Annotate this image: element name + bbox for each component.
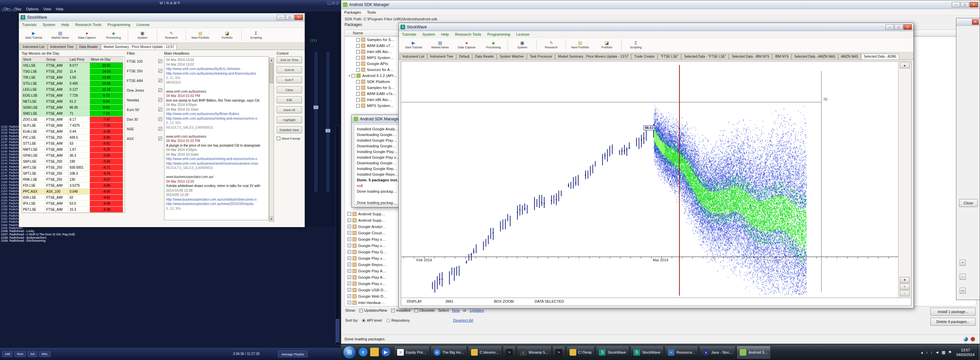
filter-checkbox[interactable]: ✓ (158, 78, 162, 82)
stockwave-menu-tutorials[interactable]: Tutorials (399, 32, 419, 36)
stockwave-menu-help[interactable]: Help (58, 23, 72, 27)
package-checkbox[interactable] (356, 98, 360, 102)
stockwave-menu-tutorials[interactable]: Tutorials (19, 23, 40, 27)
sdk-manager-titlebar[interactable]: Android SDK Manager — ▢ ✕ (341, 0, 980, 9)
column-header[interactable]: Group (45, 57, 68, 62)
winamp-minimize-icon[interactable]: _ (327, 2, 331, 5)
mover-row[interactable]: SKP.LSEFTSE_250190-5.00 (22, 158, 124, 165)
mover-row[interactable]: VIS.LSEFTSE_AIM8.07730.81 (22, 62, 124, 69)
package-checkbox[interactable]: ✓ (348, 256, 351, 260)
filter-checkbox[interactable]: ✓ (158, 69, 162, 73)
internet-explorer-icon[interactable]: e (359, 348, 368, 356)
taskbar-button-android-s[interactable]: Android S... (737, 346, 770, 359)
obsolete-checkbox[interactable] (414, 309, 418, 312)
minimize-button[interactable]: — (886, 24, 894, 30)
taskbar-button-equity-pric[interactable]: ≡Equity Pric... (394, 346, 430, 359)
package-checkbox[interactable] (356, 62, 360, 66)
tab-amzn-nas[interactable]: AMZN NAS (838, 54, 861, 59)
price-chart-canvas[interactable] (401, 62, 898, 297)
portfolio-button[interactable]: ◪Portfolio (214, 29, 240, 42)
scroll-down-icon[interactable]: ▼ (269, 217, 274, 221)
mover-row[interactable]: NET.LSEFTSE_AIM51.28.94 (22, 99, 124, 105)
close-button[interactable]: Close (959, 199, 978, 207)
taskbar-button-java-stoc[interactable]: ◑Java - Stoc... (699, 346, 735, 359)
select-new-link[interactable]: New (452, 308, 460, 312)
sort-m-button[interactable]: Sort M (277, 66, 302, 73)
tab-instrument-list[interactable]: Instrument List (400, 54, 427, 59)
close-button[interactable]: ✕ (904, 24, 912, 30)
mover-row[interactable]: TSG.LSEFTSE_25011.414.00 (22, 69, 124, 75)
package-checkbox[interactable]: ✓ (348, 263, 351, 266)
delete-packages-button[interactable]: Delete 9 packages... (931, 318, 976, 326)
playlist-item[interactable]: 2168. Radiohead - Bodysnatchers (0, 236, 333, 240)
winamp-shade-icon[interactable]: ▾ (332, 2, 335, 5)
stockwave-menu-system[interactable]: System (419, 32, 438, 36)
api-level-radio[interactable] (362, 318, 366, 322)
tab-market-summary-price-movers-update-13-57[interactable]: Market Summary : Price Movers Update - 1… (101, 44, 177, 50)
processing-button[interactable]: ◈Processing (480, 38, 507, 52)
tab-selected-data-ibm-nys[interactable]: Selected Data - IBM NYS (729, 54, 772, 59)
filter-checkbox[interactable]: ✓ (158, 127, 162, 131)
hidden-icons-chevron[interactable]: ▴ (921, 350, 923, 355)
mover-row[interactable]: LEG.LSEFTSE_AIM0.12711.19 (22, 87, 124, 93)
package-checkbox[interactable]: ✓ (348, 225, 351, 228)
sort-f-button[interactable]: Sort F (277, 76, 302, 83)
manage-playlist-button[interactable]: Manage Playlist (278, 350, 307, 357)
media-player-icon[interactable]: ▶ (382, 348, 390, 356)
research-button[interactable]: ✎Research (538, 38, 565, 52)
package-checkbox[interactable]: ✓ (348, 288, 351, 292)
headlines-scrollbar[interactable]: ▲ ▼ (269, 58, 274, 222)
stockwave-menu-help[interactable]: Help (438, 32, 452, 36)
volume-icon[interactable]: ◄ (935, 350, 939, 355)
mover-row[interactable]: IGR.LSEFTSE_AIM62-4.62 (22, 195, 124, 201)
close-icon[interactable]: ✕ (972, 19, 978, 25)
add-button[interactable]: Add (2, 351, 13, 357)
mover-row[interactable]: PET.LSEFTSE_AIM15.3-4.38 (22, 206, 124, 213)
volume-slider-thumb[interactable] (313, 106, 318, 109)
sdk-menu-packages[interactable]: Packages (341, 10, 364, 14)
headline-link[interactable]: http://www.businessspectator.com.au/cont… (166, 197, 267, 202)
edit-button[interactable]: Edit (277, 96, 302, 103)
taskbar-clock[interactable]: 13:57 04/03/2014 (955, 348, 977, 357)
winamp-tray-icon[interactable]: ♪ (926, 350, 928, 355)
stop-icon[interactable] (971, 337, 975, 341)
stockwave-titlebar[interactable]: S StockWave — ▢ ✕ (19, 13, 305, 21)
taskbar-button-stockwave[interactable]: SStockWave (596, 346, 629, 359)
headline-link[interactable]: http://www.smh.com.au/business/mining-an… (166, 116, 267, 121)
close-button[interactable]: ✕ (294, 14, 303, 20)
select-updates-link[interactable]: Updates (470, 308, 484, 312)
mover-row[interactable]: SGM.LSEFTSE_AIM86.958.69 (22, 105, 124, 110)
taskbar-button-console-icon[interactable]: > (503, 346, 515, 359)
mover-row[interactable]: GFM.LSEFTSE_AIM36.3-5.00 (22, 153, 124, 158)
repository-radio[interactable] (387, 318, 390, 322)
portfolio-button[interactable]: ◪Portfolio (593, 38, 620, 52)
taskbar-button-winamp-5[interactable]: ♪Winamp 5... (517, 346, 551, 359)
new-portfolio-button[interactable]: ▧New Portfolio (187, 29, 214, 42)
mover-row[interactable]: IPX.LSEFTSE_AIM53.5-4.46 (22, 201, 124, 206)
tab-default[interactable]: Default (457, 54, 473, 59)
winamp-menu-help[interactable]: Help (54, 7, 66, 11)
minimize-button[interactable]: — (277, 14, 285, 20)
package-checkbox[interactable]: ✓ (348, 218, 351, 222)
mover-row[interactable]: AHT.LSEFTSE_250939.0001-4.71 (22, 165, 124, 171)
stockwave-menu-programming[interactable]: Programming (105, 23, 134, 27)
headline-link[interactable]: http://www.smh.com.au/business/banking-a… (166, 71, 267, 76)
clear-button[interactable]: Clear (277, 86, 302, 93)
mover-row[interactable]: SLP.LSEFTSE_AIM7.4375-7.03 (22, 123, 124, 129)
maximize-button[interactable]: ▢ (894, 24, 903, 30)
start-button[interactable]: ⊞ (343, 346, 356, 359)
sort-on-time-button[interactable]: Sort on Time (277, 56, 302, 63)
tab-instrument-list[interactable]: Instrument List (20, 44, 47, 50)
package-checkbox[interactable]: ✓ (348, 237, 351, 241)
tab-trade-creator[interactable]: Trade Creator (632, 54, 657, 59)
filter-checkbox[interactable]: ✓ (158, 117, 162, 121)
maximize-button[interactable]: ▢ (286, 14, 294, 20)
package-checkbox[interactable]: ✓ (348, 282, 351, 285)
mover-row[interactable]: NWT.LSEFTSE_AIM1.67-5.25 (22, 147, 124, 153)
tab-ibm-nys[interactable]: IBM NYS (772, 54, 791, 59)
zoom-out-button[interactable]: − (900, 290, 910, 296)
deselect-all-link[interactable]: Deselect All (453, 318, 473, 322)
playlist-scrollbar-thumb[interactable] (336, 319, 339, 342)
tab-market-summary-price-movers-update-13-57[interactable]: Market Summary : Price Movers Update - 1… (555, 54, 631, 59)
scrollbar-thumb[interactable] (270, 63, 273, 83)
